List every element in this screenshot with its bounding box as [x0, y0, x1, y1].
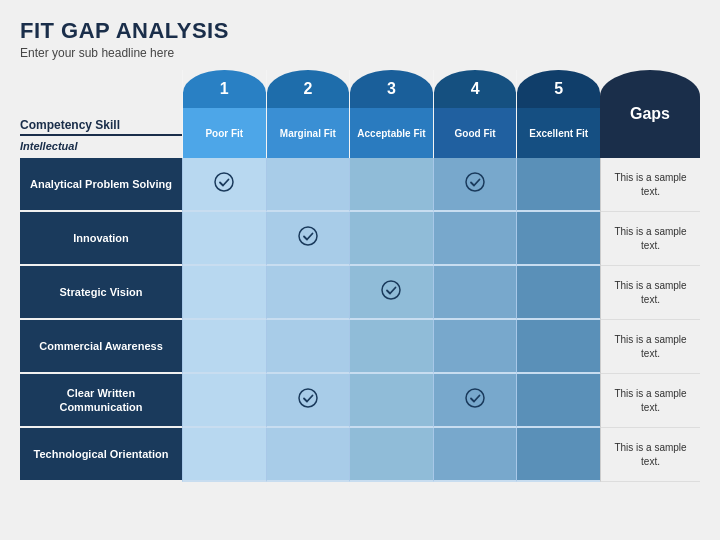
score-label-5: Excellent Fit — [517, 108, 600, 158]
score-cell-1-1 — [182, 212, 266, 266]
checkmark-icon-4-0 — [464, 171, 486, 198]
score-cell-4-4 — [433, 374, 517, 428]
page-subtitle: Enter your sub headline here — [20, 46, 700, 60]
score-cell-1-5 — [182, 428, 266, 482]
page-container: FIT GAP ANALYSIS Enter your sub headline… — [0, 0, 720, 540]
score-cell-1-3 — [182, 320, 266, 374]
svg-point-1 — [299, 227, 317, 245]
gaps-cell-0: This is a sample text. — [600, 158, 700, 212]
score-col-2: 2Marginal Fit — [266, 70, 350, 482]
gaps-column: Gaps This is a sample text.This is a sam… — [600, 70, 700, 482]
score-num-1: 1 — [183, 70, 266, 108]
svg-point-0 — [215, 173, 233, 191]
score-col-3: 3Acceptable Fit — [349, 70, 433, 482]
score-header-4: 4Good Fit — [433, 70, 517, 158]
score-cell-5-2 — [516, 266, 600, 320]
score-cell-3-5 — [349, 428, 433, 482]
gaps-cell-5: This is a sample text. — [600, 428, 700, 482]
row-label-5: Technological Orientation — [20, 428, 182, 482]
score-cell-2-2 — [266, 266, 350, 320]
score-cell-5-5 — [516, 428, 600, 482]
gaps-title: Gaps — [630, 105, 670, 123]
score-label-1: Poor Fit — [183, 108, 266, 158]
score-cell-3-0 — [349, 158, 433, 212]
score-cell-2-0 — [266, 158, 350, 212]
score-cell-3-2 — [349, 266, 433, 320]
score-cell-4-5 — [433, 428, 517, 482]
score-header-3: 3Acceptable Fit — [349, 70, 433, 158]
svg-point-2 — [299, 389, 317, 407]
score-cols-inner: 1Poor Fit2Marginal Fit3Acceptable Fit4Go… — [182, 70, 600, 482]
fit-gap-table: Competency Skill Intellectual Analytical… — [20, 70, 700, 482]
score-cell-3-3 — [349, 320, 433, 374]
score-cell-2-3 — [266, 320, 350, 374]
checkmark-icon-2-4 — [297, 387, 319, 414]
row-label-2: Strategic Vision — [20, 266, 182, 320]
gaps-cell-1: This is a sample text. — [600, 212, 700, 266]
score-cell-1-0 — [182, 158, 266, 212]
score-label-3: Acceptable Fit — [350, 108, 433, 158]
checkmark-icon-3-2 — [380, 279, 402, 306]
label-column: Competency Skill Intellectual Analytical… — [20, 70, 182, 482]
svg-point-4 — [466, 173, 484, 191]
score-cell-2-5 — [266, 428, 350, 482]
score-cell-1-4 — [182, 374, 266, 428]
intellectual-label: Intellectual — [20, 140, 182, 152]
score-cell-4-2 — [433, 266, 517, 320]
score-header-1: 1Poor Fit — [182, 70, 266, 158]
score-cell-3-1 — [349, 212, 433, 266]
gaps-cell-4: This is a sample text. — [600, 374, 700, 428]
score-cell-5-3 — [516, 320, 600, 374]
score-num-2: 2 — [267, 70, 350, 108]
score-col-1: 1Poor Fit — [182, 70, 266, 482]
page-title: FIT GAP ANALYSIS — [20, 18, 700, 44]
score-num-4: 4 — [434, 70, 517, 108]
score-label-2: Marginal Fit — [267, 108, 350, 158]
row-label-3: Commercial Awareness — [20, 320, 182, 374]
score-cell-5-4 — [516, 374, 600, 428]
score-cell-2-1 — [266, 212, 350, 266]
score-header-5: 5Excellent Fit — [516, 70, 600, 158]
gaps-cell-2: This is a sample text. — [600, 266, 700, 320]
svg-point-5 — [466, 389, 484, 407]
score-cell-4-1 — [433, 212, 517, 266]
score-cell-5-0 — [516, 158, 600, 212]
score-num-5: 5 — [517, 70, 600, 108]
score-num-3: 3 — [350, 70, 433, 108]
row-label-0: Analytical Problem Solving — [20, 158, 182, 212]
gaps-cell-3: This is a sample text. — [600, 320, 700, 374]
score-cell-4-0 — [433, 158, 517, 212]
gaps-header: Gaps — [600, 70, 700, 158]
score-col-4: 4Good Fit — [433, 70, 517, 482]
svg-point-3 — [382, 281, 400, 299]
score-cell-1-2 — [182, 266, 266, 320]
checkmark-icon-2-1 — [297, 225, 319, 252]
checkmark-icon-1-0 — [213, 171, 235, 198]
score-cell-3-4 — [349, 374, 433, 428]
score-cell-5-1 — [516, 212, 600, 266]
row-labels: Analytical Problem SolvingInnovationStra… — [20, 158, 182, 482]
score-cell-2-4 — [266, 374, 350, 428]
gaps-cells: This is a sample text.This is a sample t… — [600, 158, 700, 482]
score-cell-4-3 — [433, 320, 517, 374]
label-column-header: Competency Skill Intellectual — [20, 70, 182, 158]
row-label-1: Innovation — [20, 212, 182, 266]
score-label-4: Good Fit — [434, 108, 517, 158]
row-label-4: Clear Written Communication — [20, 374, 182, 428]
score-col-5: 5Excellent Fit — [516, 70, 600, 482]
score-columns: 1Poor Fit2Marginal Fit3Acceptable Fit4Go… — [182, 70, 600, 482]
checkmark-icon-4-4 — [464, 387, 486, 414]
score-header-2: 2Marginal Fit — [266, 70, 350, 158]
competency-skill-label: Competency Skill — [20, 118, 182, 136]
